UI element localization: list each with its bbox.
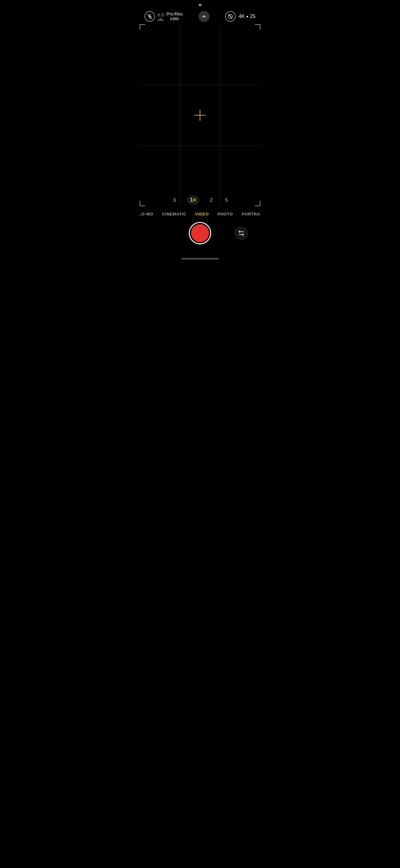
flash-off-icon bbox=[147, 13, 153, 20]
record-area bbox=[139, 222, 261, 244]
flip-camera-icon bbox=[238, 230, 245, 237]
status-indicator-dot bbox=[199, 4, 201, 6]
exposure-value: 0.0 bbox=[158, 12, 164, 17]
corner-bracket-top-left bbox=[139, 24, 145, 30]
stabilization-off-icon bbox=[227, 13, 233, 20]
grid-line-vertical-1 bbox=[180, 24, 180, 206]
mode-video[interactable]: VIDEO bbox=[191, 211, 213, 218]
flash-off-button[interactable] bbox=[144, 11, 155, 22]
exposure-control[interactable]: 0.0 bbox=[158, 12, 164, 21]
exposure-bars bbox=[158, 18, 164, 21]
camera-mode-selector: SLO-MO CINEMATIC VIDEO PHOTO PORTRAIT bbox=[139, 206, 261, 218]
mode-cinematic[interactable]: CINEMATIC bbox=[158, 211, 191, 218]
corner-bracket-top-right bbox=[255, 24, 261, 30]
focus-crosshair bbox=[194, 110, 206, 121]
camera-app: 0.0 Pro / Res LOG bbox=[139, 0, 261, 262]
top-bar-right: 4K 25 bbox=[225, 11, 256, 22]
viewfinder[interactable] bbox=[139, 24, 261, 206]
zoom-2x-button[interactable]: 2 bbox=[208, 196, 214, 204]
grid-line-vertical-2 bbox=[220, 24, 221, 206]
pro-res-button[interactable]: Pro / Res LOG bbox=[167, 12, 183, 21]
top-controls-bar: 0.0 Pro / Res LOG bbox=[139, 9, 261, 24]
resolution-separator bbox=[246, 16, 248, 18]
resolution-info: 4K 25 bbox=[239, 14, 256, 19]
pro-res-label: Pro / Res bbox=[167, 12, 183, 17]
record-button[interactable] bbox=[189, 222, 211, 244]
zoom-0-5-button[interactable]: .5 bbox=[170, 196, 178, 204]
chevron-up-icon bbox=[201, 14, 207, 19]
grid-line-horizontal-2 bbox=[139, 146, 261, 146]
mode-photo[interactable]: PHOTO bbox=[213, 211, 237, 218]
zoom-1x-button[interactable]: 1× bbox=[187, 195, 200, 205]
bottom-controls-bar: SLO-MO CINEMATIC VIDEO PHOTO PORTRAIT bbox=[139, 206, 261, 262]
resolution-label: 4K bbox=[239, 14, 245, 19]
settings-toggle-button[interactable] bbox=[198, 11, 210, 22]
top-bar-left: 0.0 Pro / Res LOG bbox=[144, 11, 182, 22]
record-button-inner bbox=[191, 224, 209, 242]
log-label: LOG bbox=[170, 17, 178, 21]
flip-camera-button[interactable] bbox=[234, 226, 248, 240]
zoom-5x-button[interactable]: 5 bbox=[223, 196, 230, 204]
framerate-label: 25 bbox=[250, 14, 256, 19]
mode-portrait[interactable]: PORTRAIT bbox=[237, 211, 261, 218]
stabilization-button[interactable] bbox=[225, 11, 236, 22]
home-indicator bbox=[181, 258, 219, 259]
zoom-controls: .5 1× 2 5 bbox=[139, 195, 261, 205]
mode-slo-mo[interactable]: SLO-MO bbox=[139, 211, 158, 218]
